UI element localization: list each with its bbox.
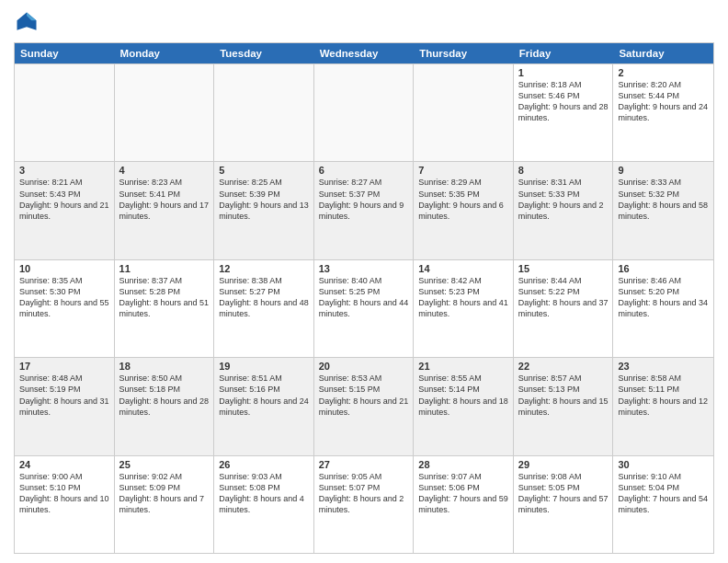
day-number: 16: [618, 263, 709, 274]
week-row-1: 1Sunrise: 8:18 AM Sunset: 5:46 PM Daylig…: [15, 63, 713, 161]
day-number: 30: [618, 459, 709, 470]
cal-cell-4: 4Sunrise: 8:23 AM Sunset: 5:41 PM Daylig…: [115, 162, 215, 259]
day-number: 1: [518, 67, 609, 78]
day-number: 9: [618, 165, 709, 176]
cell-info: Sunrise: 8:27 AM Sunset: 5:37 PM Dayligh…: [319, 177, 409, 222]
cell-info: Sunrise: 8:57 AM Sunset: 5:13 PM Dayligh…: [518, 373, 609, 418]
cell-info: Sunrise: 8:31 AM Sunset: 5:33 PM Dayligh…: [518, 177, 609, 222]
cal-cell-19: 19Sunrise: 8:51 AM Sunset: 5:16 PM Dayli…: [214, 358, 314, 454]
cal-cell-21: 21Sunrise: 8:55 AM Sunset: 5:14 PM Dayli…: [414, 358, 514, 454]
cal-cell-12: 12Sunrise: 8:38 AM Sunset: 5:27 PM Dayli…: [214, 260, 314, 357]
day-number: 6: [319, 165, 409, 176]
cal-cell-23: 23Sunrise: 8:58 AM Sunset: 5:11 PM Dayli…: [613, 358, 713, 454]
cell-info: Sunrise: 8:37 AM Sunset: 5:28 PM Dayligh…: [119, 275, 210, 320]
cal-cell-8: 8Sunrise: 8:31 AM Sunset: 5:33 PM Daylig…: [514, 162, 614, 259]
cal-cell-11: 11Sunrise: 8:37 AM Sunset: 5:28 PM Dayli…: [115, 260, 215, 357]
header-day-saturday: Saturday: [613, 43, 713, 63]
cell-info: Sunrise: 9:07 AM Sunset: 5:06 PM Dayligh…: [418, 471, 508, 516]
cell-info: Sunrise: 8:25 AM Sunset: 5:39 PM Dayligh…: [219, 177, 309, 222]
day-number: 14: [418, 263, 508, 274]
day-number: 17: [19, 361, 109, 372]
day-number: 21: [418, 361, 508, 372]
cal-cell-6: 6Sunrise: 8:27 AM Sunset: 5:37 PM Daylig…: [314, 162, 415, 259]
day-number: 26: [219, 459, 309, 470]
day-number: 4: [119, 165, 210, 176]
day-number: 27: [319, 459, 409, 470]
cal-cell-20: 20Sunrise: 8:53 AM Sunset: 5:15 PM Dayli…: [314, 358, 415, 454]
cal-cell-15: 15Sunrise: 8:44 AM Sunset: 5:22 PM Dayli…: [514, 260, 614, 357]
day-number: 10: [19, 263, 109, 274]
day-number: 8: [518, 165, 609, 176]
cal-cell-7: 7Sunrise: 8:29 AM Sunset: 5:35 PM Daylig…: [414, 162, 514, 259]
header-day-sunday: Sunday: [15, 43, 115, 63]
cell-info: Sunrise: 9:08 AM Sunset: 5:05 PM Dayligh…: [518, 471, 609, 516]
day-number: 19: [219, 361, 309, 372]
day-number: 12: [219, 263, 309, 274]
page: SundayMondayTuesdayWednesdayThursdayFrid…: [0, 0, 728, 563]
calendar: SundayMondayTuesdayWednesdayThursdayFrid…: [14, 42, 714, 554]
cal-cell-16: 16Sunrise: 8:46 AM Sunset: 5:20 PM Dayli…: [613, 260, 713, 357]
cell-info: Sunrise: 9:02 AM Sunset: 5:09 PM Dayligh…: [119, 471, 210, 516]
cell-info: Sunrise: 8:50 AM Sunset: 5:18 PM Dayligh…: [119, 373, 210, 418]
day-number: 13: [319, 263, 409, 274]
cal-cell-3: 3Sunrise: 8:21 AM Sunset: 5:43 PM Daylig…: [15, 162, 115, 259]
cal-cell-1: 1Sunrise: 8:18 AM Sunset: 5:46 PM Daylig…: [514, 64, 614, 161]
cal-cell-26: 26Sunrise: 9:03 AM Sunset: 5:08 PM Dayli…: [214, 456, 314, 553]
day-number: 23: [618, 361, 709, 372]
cell-info: Sunrise: 8:29 AM Sunset: 5:35 PM Dayligh…: [418, 177, 508, 222]
week-row-3: 10Sunrise: 8:35 AM Sunset: 5:30 PM Dayli…: [15, 259, 713, 357]
cal-cell-28: 28Sunrise: 9:07 AM Sunset: 5:06 PM Dayli…: [414, 456, 514, 553]
header-day-friday: Friday: [514, 43, 614, 63]
calendar-header: SundayMondayTuesdayWednesdayThursdayFrid…: [15, 43, 713, 63]
cal-cell-empty-0-3: [314, 64, 415, 161]
cal-cell-17: 17Sunrise: 8:48 AM Sunset: 5:19 PM Dayli…: [15, 358, 115, 454]
day-number: 28: [418, 459, 508, 470]
week-row-4: 17Sunrise: 8:48 AM Sunset: 5:19 PM Dayli…: [15, 357, 713, 454]
cell-info: Sunrise: 8:58 AM Sunset: 5:11 PM Dayligh…: [618, 373, 709, 418]
day-number: 7: [418, 165, 508, 176]
cell-info: Sunrise: 8:18 AM Sunset: 5:46 PM Dayligh…: [518, 79, 609, 124]
cal-cell-14: 14Sunrise: 8:42 AM Sunset: 5:23 PM Dayli…: [414, 260, 514, 357]
logo-icon: [14, 9, 40, 35]
cell-info: Sunrise: 8:23 AM Sunset: 5:41 PM Dayligh…: [119, 177, 210, 222]
cell-info: Sunrise: 9:10 AM Sunset: 5:04 PM Dayligh…: [618, 471, 709, 516]
day-number: 15: [518, 263, 609, 274]
day-number: 25: [119, 459, 210, 470]
cal-cell-2: 2Sunrise: 8:20 AM Sunset: 5:44 PM Daylig…: [613, 64, 713, 161]
day-number: 22: [518, 361, 609, 372]
calendar-body: 1Sunrise: 8:18 AM Sunset: 5:46 PM Daylig…: [15, 63, 713, 553]
cal-cell-empty-0-2: [214, 64, 314, 161]
cal-cell-25: 25Sunrise: 9:02 AM Sunset: 5:09 PM Dayli…: [115, 456, 215, 553]
cal-cell-empty-0-1: [115, 64, 215, 161]
cell-info: Sunrise: 8:48 AM Sunset: 5:19 PM Dayligh…: [19, 373, 109, 418]
header-day-tuesday: Tuesday: [214, 43, 314, 63]
cal-cell-27: 27Sunrise: 9:05 AM Sunset: 5:07 PM Dayli…: [314, 456, 415, 553]
day-number: 2: [618, 67, 709, 78]
cell-info: Sunrise: 8:51 AM Sunset: 5:16 PM Dayligh…: [219, 373, 309, 418]
header-day-thursday: Thursday: [414, 43, 514, 63]
day-number: 11: [119, 263, 210, 274]
cal-cell-18: 18Sunrise: 8:50 AM Sunset: 5:18 PM Dayli…: [115, 358, 215, 454]
cell-info: Sunrise: 8:35 AM Sunset: 5:30 PM Dayligh…: [19, 275, 109, 320]
header: [14, 9, 714, 35]
day-number: 18: [119, 361, 210, 372]
cell-info: Sunrise: 8:53 AM Sunset: 5:15 PM Dayligh…: [319, 373, 409, 418]
logo: [14, 9, 43, 35]
header-day-monday: Monday: [115, 43, 215, 63]
day-number: 29: [518, 459, 609, 470]
cell-info: Sunrise: 9:05 AM Sunset: 5:07 PM Dayligh…: [319, 471, 409, 516]
cell-info: Sunrise: 9:00 AM Sunset: 5:10 PM Dayligh…: [19, 471, 109, 516]
cal-cell-29: 29Sunrise: 9:08 AM Sunset: 5:05 PM Dayli…: [514, 456, 614, 553]
cell-info: Sunrise: 8:40 AM Sunset: 5:25 PM Dayligh…: [319, 275, 409, 320]
cell-info: Sunrise: 9:03 AM Sunset: 5:08 PM Dayligh…: [219, 471, 309, 516]
cell-info: Sunrise: 8:21 AM Sunset: 5:43 PM Dayligh…: [19, 177, 109, 222]
cal-cell-13: 13Sunrise: 8:40 AM Sunset: 5:25 PM Dayli…: [314, 260, 415, 357]
week-row-2: 3Sunrise: 8:21 AM Sunset: 5:43 PM Daylig…: [15, 161, 713, 259]
day-number: 3: [19, 165, 109, 176]
cal-cell-5: 5Sunrise: 8:25 AM Sunset: 5:39 PM Daylig…: [214, 162, 314, 259]
day-number: 24: [19, 459, 109, 470]
cal-cell-empty-0-4: [414, 64, 514, 161]
cal-cell-30: 30Sunrise: 9:10 AM Sunset: 5:04 PM Dayli…: [613, 456, 713, 553]
week-row-5: 24Sunrise: 9:00 AM Sunset: 5:10 PM Dayli…: [15, 455, 713, 553]
cell-info: Sunrise: 8:38 AM Sunset: 5:27 PM Dayligh…: [219, 275, 309, 320]
